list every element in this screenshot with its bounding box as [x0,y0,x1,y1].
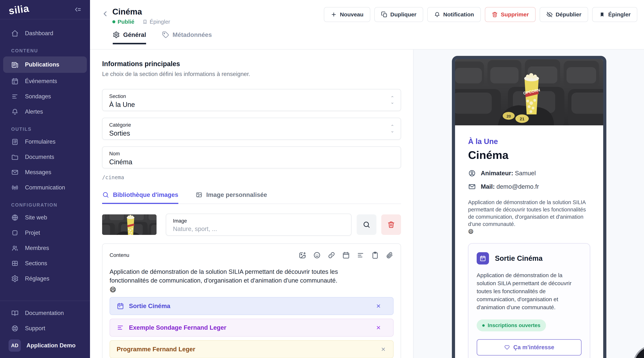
floating-help-bubble[interactable] [633,345,644,358]
chip-sortie-cinema[interactable]: Sortie Cinéma [110,297,394,315]
back-button[interactable] [101,10,110,18]
gear-icon [11,275,19,282]
tab-image-library[interactable]: Bibliothèque d'images [102,191,178,204]
chip-programme[interactable]: Programme Fernand Leger [110,340,394,358]
image-thumbnail[interactable] [102,214,156,235]
bell-icon [11,108,19,115]
slug-path: /cinema [102,174,401,180]
gear-icon [113,31,120,38]
image-plus-icon[interactable] [298,251,306,259]
page-header: Cinéma Publié Épingler Nouveau [90,0,644,49]
bookmark-filled-icon [599,11,605,18]
eye-off-icon [546,11,553,18]
pin-toggle[interactable]: Épingler [142,19,170,25]
registration-badge: Inscriptions ouvertes [477,320,546,331]
content-text[interactable]: Application de démonstration de la solut… [110,267,372,285]
calendar-icon[interactable] [342,251,350,259]
tab-metadonnees[interactable]: Métadonnées [162,31,212,44]
sidebar-item-reglages[interactable]: Réglages [0,271,90,286]
pin-button[interactable]: Épingler [592,7,637,22]
interested-button[interactable]: Ça m'intéresse [477,339,582,356]
section-select[interactable]: Section À la Une ⌃⌄ [102,89,401,111]
trash-icon [492,11,498,18]
preview-section: À la Une [468,137,590,146]
page-tabs: Général Métadonnées [101,31,637,44]
image-search-input[interactable]: Image Nature, sport, ... [166,214,352,236]
mail-row: Mail: demo@demo.fr [468,183,590,191]
image-delete-button[interactable] [381,214,401,235]
preview-column: 20 21 OPCORN À la Une C [413,49,644,358]
sidebar-item-documentation[interactable]: Documentation [0,306,90,321]
preview-title: Cinéma [468,149,590,161]
image-source-tabs: Bibliothèque d'images Image personnalisé… [102,191,401,204]
sidebar-item-dashboard[interactable]: Dashboard [0,26,90,41]
delete-button[interactable]: Supprimer [485,7,536,22]
event-card-description: Application de démonstration de la solut… [477,271,582,311]
heart-icon [504,345,510,350]
header-actions: Nouveau Dupliquer Notification Supprimer [324,7,637,22]
emoji-icon[interactable] [313,251,321,259]
close-icon[interactable] [375,303,382,309]
sidebar-item-sondages[interactable]: Sondages [0,89,90,104]
new-button[interactable]: Nouveau [324,7,370,22]
sidebar-item-messages[interactable]: Messages [0,165,90,180]
green-dot-icon [482,324,485,327]
image-icon [196,191,202,198]
sidebar-item-documents[interactable]: Documents [0,149,90,165]
content-editor[interactable]: Contenu Application de démonstration de … [102,243,401,358]
home-icon [11,30,19,37]
sidebar-item-formulaires[interactable]: Formulaires [0,134,90,149]
paperclip-icon[interactable] [386,251,394,259]
cinema-photo: 20 21 OPCORN [455,59,603,125]
clipboard-icon[interactable] [371,251,379,259]
poll-lines-icon [11,93,19,100]
copy-icon [381,11,388,18]
search-icon [362,221,370,229]
chip-exemple-sondage[interactable]: Exemple Sondage Fernand Leger [110,319,394,337]
sidebar-item-projet[interactable]: Projet [0,225,90,241]
unpublish-button[interactable]: Dépublier [540,7,588,22]
grid-icon [11,260,19,267]
sidebar-item-alertes[interactable]: Alertes [0,104,90,119]
device-preview-frame: 20 21 OPCORN À la Une C [452,56,606,358]
image-search-button[interactable] [357,214,376,235]
sidebar-item-membres[interactable]: Membres [0,241,90,256]
sidebar-item-sections[interactable]: Sections [0,256,90,271]
notification-button[interactable]: Notification [427,7,481,22]
app-root: silia Dashboard CONTENU Publications Évé… [0,0,644,358]
sidebar-item-support[interactable]: Support [0,321,90,336]
form-heading: Informations principales [102,60,401,68]
list-icon[interactable] [357,251,364,259]
close-icon[interactable] [375,325,382,331]
app-frame-icon [11,229,19,237]
content-area: Informations principales Le choix de la … [90,49,644,358]
sidebar-item-publications[interactable]: Publications [3,56,87,73]
poll-lines-icon [117,324,124,331]
sidebar-item-communication[interactable]: Communication [0,180,90,195]
editor-toolbar [298,251,394,259]
page-title: Cinéma [112,7,170,16]
newspaper-icon [11,61,19,68]
preview-body: À la Une Cinéma Animateur: Samuel Mail: … [455,137,603,358]
users-icon [11,244,19,252]
tab-custom-image[interactable]: Image personnalisée [196,191,267,204]
chevron-updown-icon[interactable]: ⌃⌄ [390,96,394,104]
event-card: Sortie Cinéma Application de démonstrati… [468,243,590,358]
close-icon[interactable] [380,346,386,353]
sidebar-nav: Dashboard CONTENU Publications Événement… [0,19,90,286]
sidebar-item-evenements[interactable]: Événements [0,74,90,89]
tab-general[interactable]: Général [113,31,146,44]
user-name: Application Demo [26,342,76,349]
categorie-select[interactable]: Catégorie Sorties ⌃⌄ [102,118,401,140]
duplicate-button[interactable]: Dupliquer [374,7,423,22]
content-emoji[interactable]: 😄 [110,286,394,293]
sidebar-collapse-icon[interactable] [73,5,82,13]
event-card-title: Sortie Cinéma [495,254,543,263]
link-icon[interactable] [328,251,336,259]
sidebar-item-site-web[interactable]: Site web [0,210,90,225]
content-label: Contenu [110,252,129,258]
silia-logo: silia [8,2,30,17]
nom-input[interactable]: Nom Cinéma [102,146,401,168]
chevron-updown-icon[interactable]: ⌃⌄ [390,124,394,133]
user-account[interactable]: AD Application Demo [0,336,90,355]
